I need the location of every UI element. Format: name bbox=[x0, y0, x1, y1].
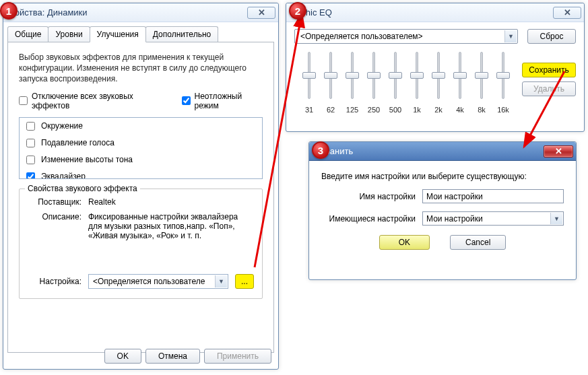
effect-label: Эквалайзер bbox=[41, 172, 86, 179]
description-text: Выбор звуковых эффектов для применения к… bbox=[19, 52, 263, 85]
effect-checkbox[interactable] bbox=[26, 172, 35, 179]
save-button[interactable]: Сохранить bbox=[522, 63, 576, 77]
close-button[interactable]: ✕ bbox=[247, 7, 275, 19]
ok-button[interactable]: OK bbox=[379, 235, 430, 250]
slider-track bbox=[308, 52, 311, 99]
tab-advanced[interactable]: Дополнительно bbox=[145, 26, 218, 42]
eq-sliders: 31621252505001k2k4k8k16k bbox=[294, 52, 518, 114]
slider-track bbox=[416, 52, 418, 99]
description-value: Фиксированные настройки эквалайзера для … bbox=[88, 212, 254, 240]
eq-preset-select[interactable]: <Определяется пользователем> ▼ bbox=[294, 29, 518, 44]
eq-preset-combo[interactable]: <Определяется пользователе ▼ bbox=[88, 274, 228, 289]
existing-presets-combo[interactable]: Мои настройки ▼ bbox=[422, 211, 564, 226]
tab-levels[interactable]: Уровни bbox=[48, 26, 90, 42]
slider-track bbox=[329, 52, 332, 99]
preset-name-label: Имя настройки bbox=[321, 192, 416, 201]
eq-band-slider[interactable]: 500 bbox=[385, 52, 406, 114]
tab-strip: Общие Уровни Улучшения Дополнительно bbox=[3, 22, 278, 42]
existing-presets-label: Имеющиеся настройки bbox=[321, 214, 416, 224]
preset-name-input[interactable]: Мои настройки bbox=[422, 189, 564, 203]
band-label: 31 bbox=[305, 106, 313, 114]
band-label: 4k bbox=[456, 106, 464, 114]
eq-band-slider[interactable]: 16k bbox=[492, 52, 514, 114]
dialog-buttons: OK Отмена Применить bbox=[104, 349, 271, 364]
vendor-label: Поставщик: bbox=[28, 197, 81, 207]
speaker-properties-window: войства: Динамики ✕ Общие Уровни Улучшен… bbox=[3, 3, 279, 370]
list-item: Эквалайзер bbox=[20, 168, 262, 179]
effects-listbox[interactable]: Окружение Подавление голоса Изменение вы… bbox=[19, 117, 263, 179]
eq-band-slider[interactable]: 125 bbox=[341, 52, 363, 114]
effect-label: Подавление голоса bbox=[41, 138, 115, 147]
disable-all-effects-checkbox[interactable] bbox=[19, 96, 28, 105]
eq-band-slider[interactable]: 8k bbox=[471, 52, 492, 114]
combo-value: <Определяется пользователе bbox=[93, 277, 205, 286]
slider-thumb[interactable] bbox=[346, 72, 359, 79]
chevron-down-icon: ▼ bbox=[504, 30, 517, 42]
immediate-mode-label: Неотложный режим bbox=[195, 92, 263, 110]
slider-track bbox=[351, 52, 354, 99]
setting-label: Настройка: bbox=[28, 277, 81, 286]
list-item: Подавление голоса bbox=[20, 135, 262, 151]
cancel-button[interactable]: Отмена bbox=[145, 349, 200, 364]
vendor-value: Realtek bbox=[88, 197, 254, 207]
tab-panel-enhancements: Выбор звуковых эффектов для применения к… bbox=[7, 42, 274, 353]
window-title: raphic EQ bbox=[293, 7, 553, 18]
immediate-mode-checkbox[interactable] bbox=[182, 96, 191, 105]
graphic-eq-window: raphic EQ ✕ <Определяется пользователем>… bbox=[286, 3, 585, 132]
disable-all-effects-label: Отключение всех звуковых эффектов bbox=[32, 92, 162, 110]
eq-band-slider[interactable]: 62 bbox=[320, 52, 341, 114]
slider-track bbox=[459, 52, 461, 99]
slider-thumb[interactable] bbox=[367, 72, 381, 79]
input-value: Мои настройки bbox=[426, 192, 483, 201]
eq-settings-button[interactable]: ... bbox=[235, 274, 254, 289]
dialog-prompt: Введите имя настройки или выберите сущес… bbox=[321, 172, 564, 181]
slider-track bbox=[480, 52, 483, 99]
titlebar[interactable]: охранить ✕ bbox=[309, 142, 576, 161]
band-label: 16k bbox=[497, 106, 509, 114]
eq-band-slider[interactable]: 2k bbox=[428, 52, 449, 114]
eq-band-slider[interactable]: 31 bbox=[298, 52, 320, 114]
close-button[interactable]: ✕ bbox=[544, 145, 573, 158]
slider-thumb[interactable] bbox=[432, 72, 445, 79]
eq-band-slider[interactable]: 1k bbox=[406, 52, 428, 114]
close-button[interactable]: ✕ bbox=[553, 7, 581, 19]
tab-enhancements[interactable]: Улучшения bbox=[90, 26, 146, 42]
step-badge-1: 1 bbox=[0, 2, 18, 20]
band-label: 2k bbox=[434, 106, 443, 114]
effect-label: Изменение высоты тона bbox=[41, 155, 133, 164]
slider-thumb[interactable] bbox=[496, 72, 510, 79]
effect-label: Окружение bbox=[41, 121, 83, 131]
slider-thumb[interactable] bbox=[324, 72, 337, 79]
slider-thumb[interactable] bbox=[410, 72, 424, 79]
description-label: Описание: bbox=[28, 212, 81, 240]
list-item: Окружение bbox=[20, 118, 262, 135]
chevron-down-icon: ▼ bbox=[550, 213, 562, 224]
window-title: войства: Динамики bbox=[10, 7, 247, 18]
step-badge-2: 2 bbox=[289, 2, 306, 20]
cancel-button[interactable]: Cancel bbox=[450, 235, 506, 250]
slider-thumb[interactable] bbox=[453, 72, 467, 79]
apply-button[interactable]: Применить bbox=[204, 349, 271, 364]
delete-button[interactable]: Удалить bbox=[522, 81, 576, 96]
save-preset-dialog: охранить ✕ Введите имя настройки или выб… bbox=[308, 141, 577, 280]
reset-button[interactable]: Сброс bbox=[527, 29, 576, 44]
tab-general[interactable]: Общие bbox=[7, 26, 48, 42]
eq-band-slider[interactable]: 4k bbox=[449, 52, 471, 114]
effect-checkbox[interactable] bbox=[26, 122, 35, 131]
titlebar[interactable]: войства: Динамики ✕ bbox=[3, 3, 278, 22]
effect-properties-group: Свойства звукового эффекта Поставщик: Re… bbox=[19, 189, 263, 299]
eq-band-slider[interactable]: 250 bbox=[363, 52, 385, 114]
band-label: 1k bbox=[413, 106, 421, 114]
list-item: Изменение высоты тона bbox=[20, 151, 262, 168]
slider-thumb[interactable] bbox=[389, 72, 402, 79]
band-label: 500 bbox=[389, 106, 401, 114]
titlebar[interactable]: raphic EQ ✕ bbox=[286, 3, 584, 22]
effect-checkbox[interactable] bbox=[26, 139, 35, 147]
slider-thumb[interactable] bbox=[475, 72, 488, 79]
group-legend: Свойства звукового эффекта bbox=[25, 184, 140, 193]
slider-thumb[interactable] bbox=[302, 72, 316, 79]
ok-button[interactable]: OK bbox=[104, 349, 141, 364]
dialog-title: охранить bbox=[316, 146, 544, 156]
effect-checkbox[interactable] bbox=[26, 156, 35, 164]
combo-value: Мои настройки bbox=[426, 214, 483, 224]
